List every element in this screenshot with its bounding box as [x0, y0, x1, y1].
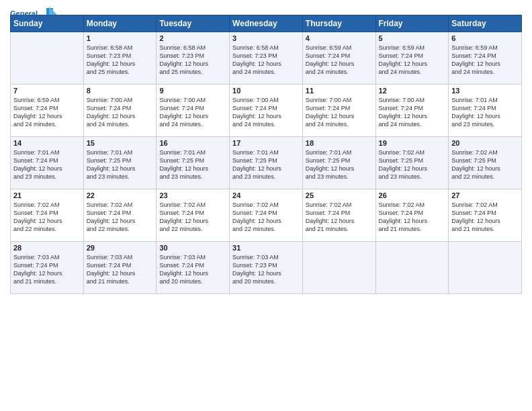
- day-number: 8: [87, 87, 154, 95]
- cell-text: Sunrise: 7:00 AMSunset: 7:24 PMDaylight:…: [379, 96, 446, 129]
- page-container: General Blue SundayMondayTuesdayWednesda…: [0, 0, 532, 301]
- day-number: 11: [306, 87, 373, 95]
- day-number: 24: [232, 191, 300, 199]
- calendar-cell: 19Sunrise: 7:02 AMSunset: 7:25 PMDayligh…: [375, 137, 449, 189]
- cell-text: Sunrise: 7:00 AMSunset: 7:24 PMDaylight:…: [232, 96, 300, 129]
- day-number: 4: [306, 34, 373, 42]
- calendar-cell: 21Sunrise: 7:02 AMSunset: 7:24 PMDayligh…: [11, 189, 84, 242]
- day-number: 22: [87, 191, 154, 199]
- cell-text: Sunrise: 6:59 AMSunset: 7:24 PMDaylight:…: [379, 44, 446, 77]
- day-number: 5: [379, 34, 446, 42]
- calendar-cell: [302, 242, 375, 294]
- svg-marker-3: [49, 7, 57, 15]
- cell-text: Sunrise: 7:02 AMSunset: 7:24 PMDaylight:…: [87, 201, 154, 234]
- calendar-cell: 15Sunrise: 7:01 AMSunset: 7:25 PMDayligh…: [83, 137, 157, 189]
- cell-text: Sunrise: 7:01 AMSunset: 7:25 PMDaylight:…: [232, 148, 300, 181]
- svg-text:General: General: [10, 9, 38, 17]
- day-number: 13: [451, 87, 519, 95]
- day-number: 14: [13, 139, 81, 147]
- day-number: 1: [87, 34, 154, 42]
- cell-text: Sunrise: 7:02 AMSunset: 7:25 PMDaylight:…: [451, 148, 519, 181]
- calendar-cell: 25Sunrise: 7:02 AMSunset: 7:24 PMDayligh…: [302, 189, 375, 242]
- weekday-header-wednesday: Wednesday: [230, 15, 303, 32]
- calendar-cell: [11, 32, 84, 85]
- calendar-cell: 30Sunrise: 7:03 AMSunset: 7:24 PMDayligh…: [157, 242, 230, 294]
- cell-text: Sunrise: 7:02 AMSunset: 7:25 PMDaylight:…: [379, 148, 446, 181]
- day-number: 16: [159, 139, 226, 147]
- cell-text: Sunrise: 7:01 AMSunset: 7:25 PMDaylight:…: [87, 148, 154, 181]
- calendar-cell: 24Sunrise: 7:02 AMSunset: 7:24 PMDayligh…: [230, 189, 303, 242]
- calendar-cell: 29Sunrise: 7:03 AMSunset: 7:24 PMDayligh…: [83, 242, 157, 294]
- day-number: 30: [159, 244, 226, 252]
- weekday-header-thursday: Thursday: [302, 15, 375, 32]
- calendar-cell: 2Sunrise: 6:58 AMSunset: 7:23 PMDaylight…: [157, 32, 230, 85]
- calendar-cell: [449, 242, 522, 294]
- calendar-cell: 9Sunrise: 7:00 AMSunset: 7:24 PMDaylight…: [157, 85, 230, 137]
- cell-text: Sunrise: 7:00 AMSunset: 7:24 PMDaylight:…: [306, 96, 373, 129]
- calendar-cell: 27Sunrise: 7:02 AMSunset: 7:24 PMDayligh…: [449, 189, 522, 242]
- cell-text: Sunrise: 7:03 AMSunset: 7:24 PMDaylight:…: [159, 253, 226, 286]
- day-number: 31: [232, 244, 300, 252]
- weekday-header-saturday: Saturday: [449, 15, 522, 32]
- cell-text: Sunrise: 7:03 AMSunset: 7:24 PMDaylight:…: [13, 253, 81, 286]
- calendar-cell: 23Sunrise: 7:02 AMSunset: 7:24 PMDayligh…: [157, 189, 230, 242]
- cell-text: Sunrise: 6:59 AMSunset: 7:24 PMDaylight:…: [13, 96, 81, 129]
- cell-text: Sunrise: 7:01 AMSunset: 7:25 PMDaylight:…: [159, 148, 226, 181]
- day-number: 28: [13, 244, 81, 252]
- weekday-header-monday: Monday: [83, 15, 157, 32]
- calendar-cell: 12Sunrise: 7:00 AMSunset: 7:24 PMDayligh…: [375, 85, 449, 137]
- cell-text: Sunrise: 7:03 AMSunset: 7:23 PMDaylight:…: [232, 253, 300, 286]
- calendar-cell: 5Sunrise: 6:59 AMSunset: 7:24 PMDaylight…: [375, 32, 449, 85]
- day-number: 6: [451, 34, 519, 42]
- day-number: 18: [306, 139, 373, 147]
- calendar-cell: 10Sunrise: 7:00 AMSunset: 7:24 PMDayligh…: [230, 85, 303, 137]
- calendar-cell: 28Sunrise: 7:03 AMSunset: 7:24 PMDayligh…: [11, 242, 84, 294]
- cell-text: Sunrise: 7:01 AMSunset: 7:25 PMDaylight:…: [306, 148, 373, 181]
- day-number: 26: [379, 191, 446, 199]
- cell-text: Sunrise: 6:59 AMSunset: 7:24 PMDaylight:…: [451, 44, 519, 77]
- calendar-week-4: 21Sunrise: 7:02 AMSunset: 7:24 PMDayligh…: [11, 189, 522, 242]
- weekday-header-row: SundayMondayTuesdayWednesdayThursdayFrid…: [11, 15, 522, 32]
- calendar-cell: 8Sunrise: 7:00 AMSunset: 7:24 PMDaylight…: [83, 85, 157, 137]
- cell-text: Sunrise: 6:58 AMSunset: 7:23 PMDaylight:…: [232, 44, 300, 77]
- calendar-week-2: 7Sunrise: 6:59 AMSunset: 7:24 PMDaylight…: [11, 85, 522, 137]
- calendar-cell: 4Sunrise: 6:59 AMSunset: 7:24 PMDaylight…: [302, 32, 375, 85]
- day-number: 12: [379, 87, 446, 95]
- calendar-cell: 7Sunrise: 6:59 AMSunset: 7:24 PMDaylight…: [11, 85, 84, 137]
- day-number: 7: [13, 87, 81, 95]
- calendar-cell: 16Sunrise: 7:01 AMSunset: 7:25 PMDayligh…: [157, 137, 230, 189]
- calendar-cell: [375, 242, 449, 294]
- calendar-cell: 1Sunrise: 6:58 AMSunset: 7:23 PMDaylight…: [83, 32, 157, 85]
- calendar-week-3: 14Sunrise: 7:01 AMSunset: 7:24 PMDayligh…: [11, 137, 522, 189]
- day-number: 9: [159, 87, 226, 95]
- cell-text: Sunrise: 7:01 AMSunset: 7:24 PMDaylight:…: [13, 148, 81, 181]
- calendar-week-5: 28Sunrise: 7:03 AMSunset: 7:24 PMDayligh…: [11, 242, 522, 294]
- cell-text: Sunrise: 7:00 AMSunset: 7:24 PMDaylight:…: [159, 96, 226, 129]
- day-number: 3: [232, 34, 300, 42]
- weekday-header-tuesday: Tuesday: [157, 15, 230, 32]
- day-number: 25: [306, 191, 373, 199]
- calendar-cell: 14Sunrise: 7:01 AMSunset: 7:24 PMDayligh…: [11, 137, 84, 189]
- cell-text: Sunrise: 7:02 AMSunset: 7:24 PMDaylight:…: [306, 201, 373, 234]
- day-number: 20: [451, 139, 519, 147]
- cell-text: Sunrise: 6:59 AMSunset: 7:24 PMDaylight:…: [306, 44, 373, 77]
- calendar-cell: 26Sunrise: 7:02 AMSunset: 7:24 PMDayligh…: [375, 189, 449, 242]
- day-number: 21: [13, 191, 81, 199]
- cell-text: Sunrise: 7:02 AMSunset: 7:24 PMDaylight:…: [232, 201, 300, 234]
- day-number: 23: [159, 191, 226, 199]
- weekday-header-friday: Friday: [375, 15, 449, 32]
- day-number: 15: [87, 139, 154, 147]
- calendar-week-1: 1Sunrise: 6:58 AMSunset: 7:23 PMDaylight…: [11, 32, 522, 85]
- calendar-cell: 11Sunrise: 7:00 AMSunset: 7:24 PMDayligh…: [302, 85, 375, 137]
- cell-text: Sunrise: 7:02 AMSunset: 7:24 PMDaylight:…: [13, 201, 81, 234]
- calendar-cell: 18Sunrise: 7:01 AMSunset: 7:25 PMDayligh…: [302, 137, 375, 189]
- cell-text: Sunrise: 7:00 AMSunset: 7:24 PMDaylight:…: [87, 96, 154, 129]
- calendar-cell: 31Sunrise: 7:03 AMSunset: 7:23 PMDayligh…: [230, 242, 303, 294]
- calendar-cell: 22Sunrise: 7:02 AMSunset: 7:24 PMDayligh…: [83, 189, 157, 242]
- calendar-cell: 13Sunrise: 7:01 AMSunset: 7:24 PMDayligh…: [449, 85, 522, 137]
- cell-text: Sunrise: 7:02 AMSunset: 7:24 PMDaylight:…: [159, 201, 226, 234]
- calendar-cell: 3Sunrise: 6:58 AMSunset: 7:23 PMDaylight…: [230, 32, 303, 85]
- day-number: 19: [379, 139, 446, 147]
- day-number: 2: [159, 34, 226, 42]
- cell-text: Sunrise: 7:02 AMSunset: 7:24 PMDaylight:…: [451, 201, 519, 234]
